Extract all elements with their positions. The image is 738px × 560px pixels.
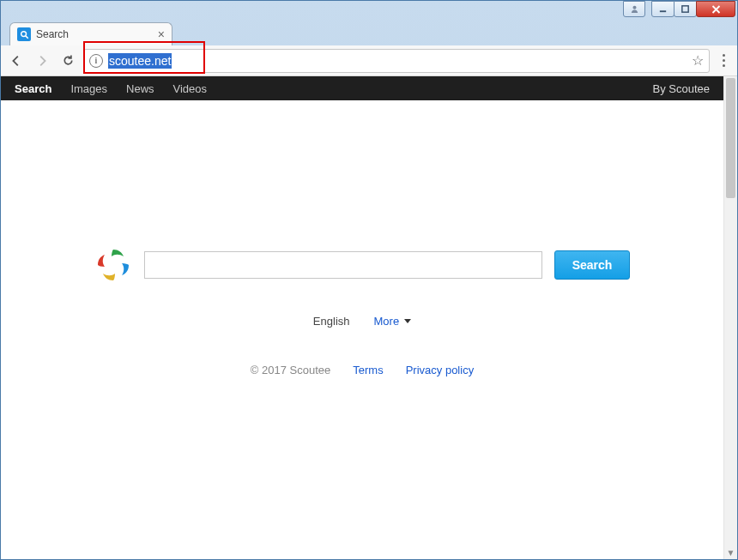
browser-tab[interactable]: Search × — [9, 22, 172, 45]
more-label: More — [374, 315, 400, 328]
main-area: Search English More © 2017 Scoutee Terms… — [1, 100, 723, 559]
maximize-button[interactable] — [674, 1, 697, 17]
back-button[interactable] — [6, 51, 27, 71]
window-buttons — [624, 1, 735, 17]
window-frame: Search × i scoutee.net ☆ Search Images N… — [1, 1, 737, 559]
chevron-down-icon — [404, 319, 411, 323]
svg-line-4 — [25, 35, 27, 38]
svg-rect-2 — [682, 6, 688, 12]
url-text: scoutee.net — [108, 53, 172, 69]
svg-rect-1 — [660, 10, 666, 12]
content-area: Search Images News Videos By Scoutee — [1, 76, 737, 559]
language-row: English More — [313, 315, 411, 328]
privacy-link[interactable]: Privacy policy — [406, 364, 474, 376]
tab-strip: Search × — [1, 20, 737, 45]
nav-news[interactable]: News — [126, 82, 154, 95]
current-language: English — [313, 315, 350, 328]
magnifier-icon — [17, 27, 31, 41]
terms-link[interactable]: Terms — [353, 364, 383, 376]
minimize-button[interactable] — [651, 1, 674, 17]
forward-button[interactable] — [32, 51, 52, 71]
brand-label: By Scoutee — [653, 82, 711, 95]
nav-images[interactable]: Images — [70, 82, 107, 95]
tab-close-icon[interactable]: × — [158, 28, 165, 40]
user-button[interactable] — [623, 1, 645, 17]
svg-point-5 — [108, 260, 118, 270]
footer: © 2017 Scoutee Terms Privacy policy — [251, 364, 474, 376]
search-button[interactable]: Search — [554, 250, 631, 280]
bookmark-star-icon[interactable]: ☆ — [692, 52, 704, 69]
reload-button[interactable] — [57, 51, 78, 71]
site-info-icon[interactable]: i — [89, 54, 103, 68]
site-logo-icon — [94, 246, 132, 284]
copyright-text: © 2017 Scoutee — [251, 364, 330, 376]
page-content: Search Images News Videos By Scoutee — [1, 76, 723, 559]
browser-toolbar: i scoutee.net ☆ — [1, 45, 737, 76]
svg-point-3 — [21, 31, 26, 36]
search-row: Search — [94, 246, 631, 284]
vertical-scrollbar[interactable]: ▲ ▼ — [723, 76, 737, 559]
chrome-menu-button[interactable] — [715, 54, 732, 67]
search-input[interactable] — [144, 251, 542, 279]
tab-title: Search — [36, 28, 153, 40]
address-bar[interactable]: i scoutee.net ☆ — [83, 49, 710, 73]
close-window-button[interactable] — [696, 1, 735, 17]
scroll-down-icon[interactable]: ▼ — [724, 545, 737, 559]
window-title-bar — [1, 1, 737, 20]
scroll-thumb[interactable] — [726, 78, 735, 198]
site-nav-bar: Search Images News Videos By Scoutee — [1, 76, 723, 100]
nav-videos[interactable]: Videos — [173, 82, 208, 95]
nav-search[interactable]: Search — [15, 82, 51, 95]
svg-point-0 — [632, 6, 636, 9]
more-languages[interactable]: More — [374, 315, 412, 328]
